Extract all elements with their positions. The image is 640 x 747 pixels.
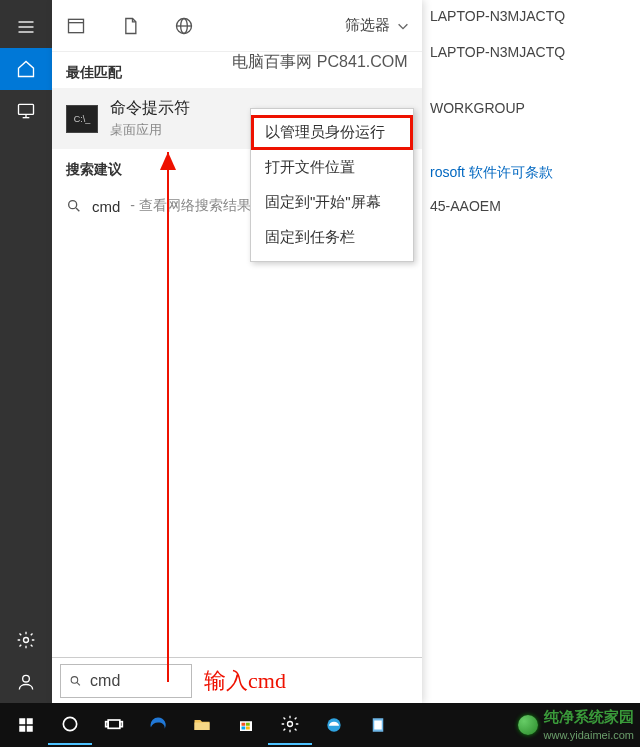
svg-point-23 xyxy=(63,717,76,730)
hamburger-icon xyxy=(16,17,36,37)
search-box[interactable] xyxy=(60,664,192,698)
search-input[interactable] xyxy=(90,672,183,690)
best-match-subtitle: 桌面应用 xyxy=(110,121,190,139)
home-button[interactable] xyxy=(0,48,52,90)
settings-button[interactable] xyxy=(0,619,52,661)
annotation-input-cmd: 输入cmd xyxy=(204,666,286,696)
svg-rect-32 xyxy=(246,727,250,730)
svg-rect-24 xyxy=(108,720,120,728)
search-icon xyxy=(69,673,82,689)
svg-rect-36 xyxy=(374,721,382,730)
context-menu: 以管理员身份运行 打开文件位置 固定到"开始"屏幕 固定到任务栏 xyxy=(250,108,414,262)
cmd-icon: C:\_ xyxy=(66,105,98,133)
svg-point-13 xyxy=(69,201,77,209)
taskbar xyxy=(0,703,640,747)
notepad-button[interactable] xyxy=(356,705,400,745)
document-icon[interactable] xyxy=(118,14,142,38)
svg-rect-3 xyxy=(19,104,34,114)
svg-point-6 xyxy=(24,638,29,643)
window-icon[interactable] xyxy=(64,14,88,38)
svg-rect-8 xyxy=(69,19,84,32)
globe-icon[interactable] xyxy=(172,14,196,38)
info-line: LAPTOP-N3MJACTQ xyxy=(430,36,565,68)
search-panel: 筛选器 最佳匹配 C:\_ 命令提示符 桌面应用 搜索建议 cmd - 查看网络… xyxy=(52,0,422,703)
svg-rect-20 xyxy=(27,718,33,724)
search-footer: 输入cmd xyxy=(52,657,422,703)
svg-point-15 xyxy=(71,676,78,683)
taskview-button[interactable] xyxy=(92,705,136,745)
svg-point-7 xyxy=(23,675,30,682)
svg-rect-31 xyxy=(242,727,246,730)
svg-rect-26 xyxy=(120,722,123,727)
ctx-pin-taskbar[interactable]: 固定到任务栏 xyxy=(251,220,413,255)
ctx-pin-start[interactable]: 固定到"开始"屏幕 xyxy=(251,185,413,220)
start-button[interactable] xyxy=(4,705,48,745)
edge-button[interactable] xyxy=(136,705,180,745)
suggestion-query: cmd xyxy=(92,198,120,215)
user-button[interactable] xyxy=(0,661,52,703)
ctx-open-location[interactable]: 打开文件位置 xyxy=(251,150,413,185)
svg-rect-22 xyxy=(27,726,33,732)
svg-rect-27 xyxy=(195,723,210,731)
svg-rect-25 xyxy=(106,722,109,727)
store-button[interactable] xyxy=(224,705,268,745)
search-icon xyxy=(66,198,82,214)
svg-rect-19 xyxy=(19,718,25,724)
info-line: 45-AAOEM xyxy=(430,190,565,222)
info-line: WORKGROUP xyxy=(430,92,565,124)
cortana-button[interactable] xyxy=(48,705,92,745)
filter-label: 筛选器 xyxy=(345,16,390,35)
monitor-button[interactable] xyxy=(0,90,52,132)
explorer-button[interactable] xyxy=(180,705,224,745)
svg-rect-30 xyxy=(246,723,250,726)
license-link[interactable]: rosoft 软件许可条款 xyxy=(430,156,565,190)
settings-taskbar-button[interactable] xyxy=(268,705,312,745)
best-match-title: 命令提示符 xyxy=(110,98,190,119)
chevron-down-icon xyxy=(396,19,410,33)
info-line: LAPTOP-N3MJACTQ xyxy=(430,0,565,32)
panel-toolbar: 筛选器 xyxy=(52,0,422,52)
gear-icon xyxy=(16,630,36,650)
nav-rail xyxy=(0,0,52,703)
svg-line-16 xyxy=(77,682,80,685)
filter-dropdown[interactable]: 筛选器 xyxy=(345,16,410,35)
menu-button[interactable] xyxy=(0,6,52,48)
svg-point-33 xyxy=(288,722,293,727)
monitor-icon xyxy=(16,101,36,121)
svg-rect-28 xyxy=(240,721,252,731)
ie-button[interactable] xyxy=(312,705,356,745)
svg-rect-29 xyxy=(242,723,246,726)
user-icon xyxy=(16,672,36,692)
system-info-snippets: LAPTOP-N3MJACTQ LAPTOP-N3MJACTQ WORKGROU… xyxy=(430,0,565,222)
suggestion-suffix: - 查看网络搜索结果 xyxy=(130,197,251,215)
svg-line-14 xyxy=(76,208,79,211)
best-match-header: 最佳匹配 xyxy=(52,52,422,88)
ctx-run-as-admin[interactable]: 以管理员身份运行 xyxy=(251,115,413,150)
home-icon xyxy=(16,59,36,79)
svg-rect-21 xyxy=(19,726,25,732)
